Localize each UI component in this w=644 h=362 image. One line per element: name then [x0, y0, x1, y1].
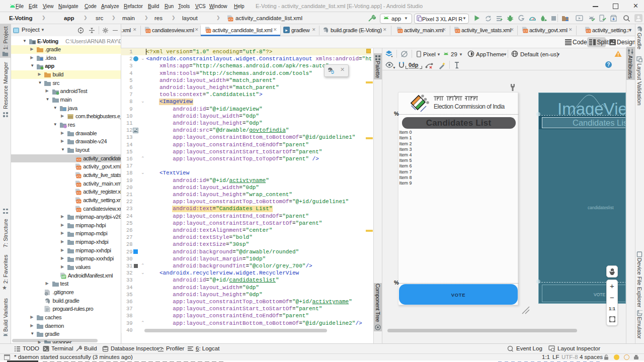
svg-text:<>: <>	[523, 29, 527, 33]
svg-text:<>: <>	[398, 29, 402, 33]
svg-text:<>: <>	[455, 29, 459, 33]
svg-text:<>: <>	[586, 29, 590, 33]
